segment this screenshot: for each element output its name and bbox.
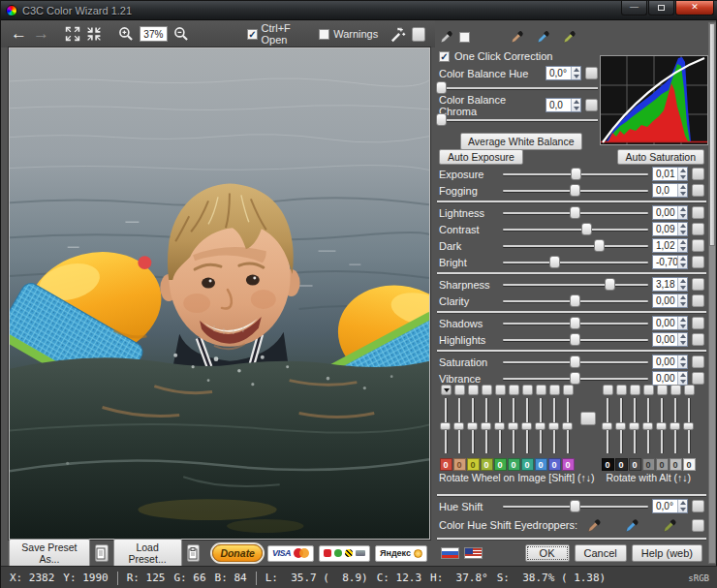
clarity-thumb[interactable] (570, 294, 580, 307)
lightness-spinbox[interactable]: 0,00 (652, 205, 688, 220)
vibrance-slider[interactable] (503, 371, 648, 386)
gray-vslider[interactable] (641, 398, 655, 453)
minimize-button[interactable]: — (621, 1, 647, 15)
shadows-reset-button[interactable] (692, 317, 704, 329)
dark-reset-button[interactable] (692, 239, 704, 252)
vthumb[interactable] (548, 422, 559, 430)
gray-mini-button[interactable] (643, 385, 654, 395)
exposure-thumb[interactable] (571, 168, 581, 180)
green-eyedropper-icon[interactable] (562, 29, 577, 45)
one-click-checkbox[interactable]: ✓ (439, 51, 450, 62)
help-button[interactable]: Help (web) (632, 544, 702, 562)
vthumb[interactable] (683, 422, 694, 430)
gray-vslider[interactable] (682, 398, 696, 453)
blue-hue-eyedropper-icon[interactable] (624, 517, 640, 534)
hue-mini-button[interactable] (509, 385, 519, 395)
highlights-slider[interactable] (503, 332, 648, 347)
vthumb[interactable] (656, 422, 667, 430)
contrast-thumb[interactable] (581, 223, 592, 235)
spin-arrows[interactable] (677, 356, 687, 368)
cancel-button[interactable]: Cancel (575, 544, 627, 562)
spin-arrows[interactable] (677, 206, 687, 219)
hue-shift-thumb[interactable] (570, 500, 580, 512)
close-button[interactable]: ✕ (675, 1, 714, 15)
gray-value-box[interactable]: 0 (642, 458, 655, 471)
hue-mini-button[interactable] (536, 385, 546, 395)
vthumb[interactable] (629, 422, 639, 430)
gray-vslider[interactable] (655, 398, 669, 453)
vthumb[interactable] (535, 422, 546, 430)
exposure-reset-button[interactable] (692, 168, 704, 180)
hue-vslider[interactable] (439, 398, 452, 453)
vthumb[interactable] (602, 422, 612, 430)
olive-hue-eyedropper-icon[interactable] (662, 517, 678, 534)
gray-mini-button[interactable] (684, 385, 695, 395)
hue-mini-button[interactable] (549, 385, 560, 395)
gray-value-box[interactable]: 0 (656, 458, 669, 471)
spin-arrows[interactable] (677, 256, 687, 268)
bright-thumb[interactable] (549, 256, 560, 268)
hue-shift-reset-button[interactable] (692, 500, 704, 512)
cb-hue-spinbox[interactable]: 0,0° (546, 66, 581, 80)
fit-expand-button[interactable] (65, 25, 80, 43)
exposure-slider[interactable] (503, 167, 648, 181)
hue-value-box[interactable]: 0 (453, 458, 466, 471)
bright-spinbox[interactable]: -0,70 (652, 255, 688, 269)
bright-reset-button[interactable] (692, 256, 704, 268)
cb-chroma-thumb[interactable] (436, 113, 447, 126)
cb-hue-slider[interactable] (439, 81, 598, 95)
hue-vslider[interactable] (452, 398, 466, 453)
spin-down-icon[interactable] (678, 174, 687, 181)
lightness-thumb[interactable] (570, 206, 580, 219)
vthumb[interactable] (453, 422, 464, 430)
gray-eyedropper-icon[interactable] (439, 29, 454, 45)
spin-down-icon[interactable] (678, 301, 687, 308)
gray-value-box[interactable]: 0 (670, 458, 682, 471)
gray-value-box[interactable]: 0 (615, 458, 628, 471)
highlights-reset-button[interactable] (692, 333, 704, 346)
exposure-spinbox[interactable]: 0,01 (652, 167, 688, 181)
clarity-spinbox[interactable]: 0,00 (652, 294, 688, 308)
russian-language-flag[interactable] (441, 547, 459, 559)
maximize-button[interactable] (648, 1, 674, 15)
hue-vslider[interactable] (520, 398, 534, 453)
auto-exposure-button[interactable]: Auto Exposure (439, 149, 523, 165)
hue-value-box[interactable]: 0 (481, 458, 493, 471)
gray-value-box[interactable]: 0 (602, 458, 614, 471)
spin-down-icon[interactable] (678, 191, 687, 198)
lightness-slider[interactable] (503, 205, 648, 220)
one-click-correction-option[interactable]: ✓ One Click Correction (439, 50, 598, 62)
gray-mini-button[interactable] (603, 385, 613, 395)
spin-down-icon[interactable] (678, 246, 687, 253)
gray-mini-button[interactable] (657, 385, 668, 395)
ctrl-f-checkbox[interactable]: ✓ (247, 29, 257, 40)
hue-value-box[interactable]: 0 (535, 458, 547, 471)
gray-value-box[interactable]: 0 (683, 458, 696, 471)
cb-hue-reset-button[interactable] (585, 67, 598, 79)
fogging-slider[interactable] (503, 183, 648, 198)
hue-value-box[interactable]: 0 (521, 458, 534, 471)
hue-mini-button[interactable] (454, 385, 465, 395)
scrollbar-thumb[interactable] (709, 23, 715, 246)
hue-value-box[interactable]: 0 (494, 458, 507, 471)
contrast-spinbox[interactable]: 0,09 (652, 222, 688, 236)
saturation-reset-button[interactable] (692, 356, 704, 368)
cb-hue-spin-arrows[interactable] (571, 67, 580, 79)
sharpness-reset-button[interactable] (692, 278, 704, 291)
cb-chroma-spinbox[interactable]: 0,0 (546, 98, 581, 112)
load-preset-button[interactable]: Load Preset... (113, 539, 182, 568)
dropper-option-checkbox[interactable] (459, 32, 470, 43)
zoom-level-input[interactable]: 37% (140, 26, 168, 42)
highlights-thumb[interactable] (570, 333, 580, 346)
fogging-thumb[interactable] (570, 184, 580, 197)
spin-down-icon[interactable] (678, 230, 687, 236)
vthumb[interactable] (521, 422, 532, 430)
shadows-spinbox[interactable]: 0,00 (652, 316, 688, 330)
spin-down-icon[interactable] (678, 324, 687, 330)
gray-vslider[interactable] (628, 398, 641, 453)
spin-down-icon[interactable] (678, 340, 687, 347)
vthumb[interactable] (508, 422, 518, 430)
cb-chroma-reset-button[interactable] (585, 99, 598, 111)
gray-mini-button[interactable] (616, 385, 627, 395)
clarity-slider[interactable] (503, 294, 648, 308)
